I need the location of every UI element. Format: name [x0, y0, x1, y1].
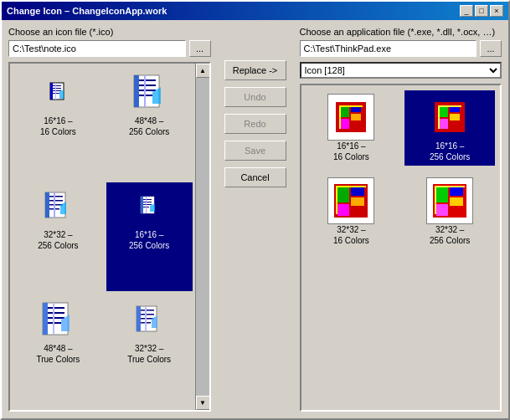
undo-button[interactable]: Undo	[224, 87, 286, 107]
svg-rect-43	[141, 314, 154, 315]
window-title: Change Icon – ChangeIconApp.work	[7, 6, 167, 16]
svg-rect-63	[337, 187, 349, 202]
svg-rect-6	[55, 83, 56, 100]
svg-rect-52	[341, 119, 349, 129]
right-icon-item-2[interactable]: 32*32 –16 Colors	[307, 174, 397, 249]
icon-dropdown-container: Icon [128]	[300, 62, 502, 79]
notebook-32-true-icon	[134, 305, 164, 335]
svg-rect-61	[438, 105, 461, 107]
title-bar: Change Icon – ChangeIconApp.work _ □ ×	[2, 2, 508, 20]
left-icon-grid-container: 16*16 –16 Colors	[8, 62, 211, 412]
left-icon-grid: 16*16 –16 Colors	[10, 64, 209, 410]
svg-rect-41	[137, 306, 141, 331]
left-panel: Choose an icon file (*.ico) ...	[8, 27, 211, 412]
right-icon-canvas-1	[426, 94, 473, 141]
svg-rect-2	[53, 85, 61, 86]
right-icon-canvas-2	[327, 177, 374, 224]
left-file-input[interactable]	[8, 40, 186, 57]
svg-rect-60	[438, 105, 440, 129]
svg-rect-65	[351, 197, 364, 206]
svg-rect-75	[435, 186, 465, 187]
left-icon-canvas-2	[38, 186, 78, 226]
right-icon-item-1[interactable]: 16*16 –256 Colors	[404, 90, 495, 166]
right-panel-label: Choose an application file (*.exe, *.dll…	[300, 27, 502, 37]
svg-rect-10	[139, 79, 156, 81]
right-file-input[interactable]	[300, 40, 477, 57]
window-controls: _ □ ×	[460, 5, 503, 17]
left-icon-label-1: 48*48 –256 Colors	[129, 115, 169, 137]
left-icon-canvas-0	[38, 72, 78, 112]
left-file-row: ...	[8, 40, 211, 57]
replace-button[interactable]: Replace ->	[224, 60, 286, 80]
svg-rect-56	[440, 105, 448, 117]
svg-rect-33	[43, 303, 48, 335]
left-browse-button[interactable]: ...	[189, 40, 211, 57]
svg-rect-74	[435, 187, 436, 214]
svg-rect-19	[49, 200, 63, 202]
right-icon-label-0: 16*16 –16 Colors	[333, 141, 369, 162]
notebook-16-16-256-icon	[139, 196, 159, 216]
right-icon-grid: 16*16 –16 Colors	[301, 85, 501, 254]
svg-rect-71	[450, 187, 463, 196]
scroll-track[interactable]	[196, 78, 209, 396]
svg-rect-3	[53, 88, 61, 89]
right-browse-button[interactable]: ...	[480, 40, 502, 57]
left-icon-canvas-4	[38, 300, 78, 340]
right-icon-label-3: 32*32 –256 Colors	[430, 224, 470, 246]
svg-rect-36	[48, 317, 64, 319]
left-icon-item-4[interactable]: 48*48 –True Colors	[15, 296, 101, 405]
minimize-button[interactable]: _	[460, 5, 473, 17]
left-icon-canvas-5	[129, 300, 169, 340]
icon-dropdown[interactable]: Icon [128]	[300, 62, 502, 79]
right-icon-label-1: 16*16 –256 Colors	[430, 141, 470, 162]
svg-rect-46	[145, 306, 147, 331]
thinkpad-16-256-icon	[433, 100, 466, 134]
left-icon-canvas-1	[129, 72, 169, 112]
right-panel: Choose an application file (*.exe, *.dll…	[300, 27, 502, 412]
svg-rect-53	[339, 105, 341, 129]
svg-rect-1	[50, 83, 53, 100]
save-button[interactable]: Save	[224, 141, 286, 161]
right-icon-item-0[interactable]: 16*16 –16 Colors	[307, 90, 397, 166]
svg-rect-4	[53, 90, 61, 91]
svg-rect-66	[337, 204, 349, 216]
right-icon-item-3[interactable]: 32*32 –256 Colors	[404, 174, 495, 249]
svg-rect-59	[440, 119, 448, 129]
left-icon-item-0[interactable]: 16*16 –16 Colors	[15, 69, 101, 177]
svg-rect-28	[143, 204, 152, 205]
svg-rect-30	[146, 197, 147, 213]
left-icon-label-3: 16*16 –256 Colors	[129, 229, 169, 251]
svg-rect-34	[48, 307, 64, 309]
svg-rect-14	[144, 75, 146, 107]
svg-rect-51	[351, 114, 361, 120]
svg-rect-35	[48, 312, 64, 314]
redo-button[interactable]: Redo	[224, 114, 286, 134]
svg-rect-58	[450, 114, 460, 120]
svg-rect-25	[141, 197, 143, 213]
thinkpad-32-256-icon	[431, 182, 468, 219]
left-icon-item-2[interactable]: 32*32 –256 Colors	[15, 182, 101, 291]
close-button[interactable]: ×	[490, 5, 503, 17]
left-icon-canvas-3	[129, 186, 169, 226]
scroll-up-button[interactable]: ▲	[196, 64, 210, 78]
right-icon-label-2: 32*32 –16 Colors	[333, 224, 369, 246]
maximize-button[interactable]: □	[475, 5, 488, 17]
notebook-32-32-icon	[43, 191, 73, 221]
scroll-down-button[interactable]: ▼	[196, 396, 210, 410]
svg-rect-70	[436, 187, 448, 202]
svg-rect-42	[141, 310, 154, 311]
right-icon-canvas-3	[426, 177, 473, 224]
svg-rect-73	[436, 204, 448, 216]
left-icon-label-2: 32*32 –256 Colors	[38, 229, 78, 251]
svg-rect-38	[53, 303, 54, 335]
left-icon-item-1[interactable]: 48*48 –256 Colors	[106, 69, 193, 177]
svg-rect-64	[351, 187, 364, 196]
left-icon-item-5[interactable]: 32*32 –True Colors	[106, 296, 193, 405]
right-file-row: ...	[300, 40, 502, 57]
svg-rect-17	[45, 192, 49, 218]
svg-rect-54	[339, 105, 363, 107]
cancel-button[interactable]: Cancel	[224, 167, 286, 187]
middle-buttons: Replace -> Undo Redo Save Cancel	[218, 27, 293, 412]
main-window: Change Icon – ChangeIconApp.work _ □ × C…	[0, 0, 510, 420]
left-icon-item-3[interactable]: 16*16 –256 Colors	[106, 182, 193, 291]
